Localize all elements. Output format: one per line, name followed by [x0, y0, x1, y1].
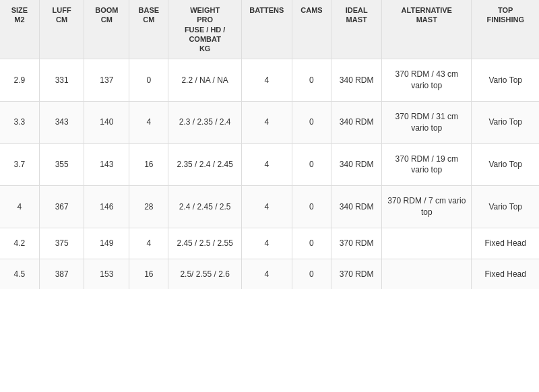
cell-luff: 343	[39, 102, 84, 144]
col-header-weight: WEIGHT PRO FUSE / HD / COMBAT kg	[168, 0, 241, 59]
cell-alt: 370 RDM / 7 cm vario top	[382, 186, 472, 228]
table-header-row: SIZE m2 LUFF cm BOOM cm BASE cm WEIGHT P…	[0, 0, 539, 59]
cell-cams: 0	[292, 259, 331, 289]
cell-ideal: 370 RDM	[331, 228, 382, 259]
cell-top: Fixed Head	[472, 228, 539, 259]
cell-base: 0	[129, 59, 168, 102]
cell-luff: 331	[39, 59, 84, 102]
cell-luff: 387	[39, 259, 84, 289]
cell-cams: 0	[292, 102, 331, 144]
cell-weight: 2.4 / 2.45 / 2.5	[168, 186, 241, 228]
col-header-size: SIZE m2	[0, 0, 39, 59]
col-header-boom: BOOM cm	[84, 0, 129, 59]
cell-battens: 4	[241, 186, 292, 228]
cell-weight: 2.45 / 2.5 / 2.55	[168, 228, 241, 259]
cell-top: Vario Top	[472, 59, 539, 102]
table-row: 4.237514942.45 / 2.5 / 2.5540370 RDMFixe…	[0, 228, 539, 259]
cell-top: Fixed Head	[472, 259, 539, 289]
cell-battens: 4	[241, 102, 292, 144]
cell-alt	[382, 259, 472, 289]
cell-luff: 375	[39, 228, 84, 259]
cell-weight: 2.35 / 2.4 / 2.45	[168, 143, 241, 186]
cell-base: 4	[129, 102, 168, 144]
col-header-top: TOP FINISHING	[472, 0, 539, 59]
specs-table: SIZE m2 LUFF cm BOOM cm BASE cm WEIGHT P…	[0, 0, 539, 289]
cell-battens: 4	[241, 259, 292, 289]
cell-alt: 370 RDM / 31 cm vario top	[382, 102, 472, 144]
cell-alt	[382, 228, 472, 259]
table-row: 2.933113702.2 / NA / NA40340 RDM370 RDM …	[0, 59, 539, 102]
col-header-base: BASE cm	[129, 0, 168, 59]
cell-boom: 153	[84, 259, 129, 289]
cell-size: 4.5	[0, 259, 39, 289]
cell-cams: 0	[292, 186, 331, 228]
col-header-cams: CAMS	[292, 0, 331, 59]
cell-base: 16	[129, 143, 168, 186]
table-row: 4367146282.4 / 2.45 / 2.540340 RDM370 RD…	[0, 186, 539, 228]
cell-cams: 0	[292, 228, 331, 259]
cell-ideal: 340 RDM	[331, 186, 382, 228]
cell-weight: 2.3 / 2.35 / 2.4	[168, 102, 241, 144]
cell-cams: 0	[292, 143, 331, 186]
cell-ideal: 340 RDM	[331, 102, 382, 144]
cell-boom: 146	[84, 186, 129, 228]
cell-luff: 367	[39, 186, 84, 228]
cell-battens: 4	[241, 59, 292, 102]
cell-boom: 140	[84, 102, 129, 144]
cell-size: 4	[0, 186, 39, 228]
cell-size: 4.2	[0, 228, 39, 259]
col-header-ideal: IDEAL MAST	[331, 0, 382, 59]
cell-ideal: 340 RDM	[331, 59, 382, 102]
cell-alt: 370 RDM / 43 cm vario top	[382, 59, 472, 102]
cell-alt: 370 RDM / 19 cm vario top	[382, 143, 472, 186]
cell-weight: 2.5/ 2.55 / 2.6	[168, 259, 241, 289]
table-row: 3.334314042.3 / 2.35 / 2.440340 RDM370 R…	[0, 102, 539, 144]
col-header-luff: LUFF cm	[39, 0, 84, 59]
cell-boom: 143	[84, 143, 129, 186]
cell-battens: 4	[241, 143, 292, 186]
cell-top: Vario Top	[472, 102, 539, 144]
cell-ideal: 370 RDM	[331, 259, 382, 289]
table-row: 4.5387153162.5/ 2.55 / 2.640370 RDMFixed…	[0, 259, 539, 289]
cell-top: Vario Top	[472, 143, 539, 186]
cell-weight: 2.2 / NA / NA	[168, 59, 241, 102]
cell-size: 3.7	[0, 143, 39, 186]
cell-size: 2.9	[0, 59, 39, 102]
col-header-alt: ALTERNATIVE MAST	[382, 0, 472, 59]
cell-base: 16	[129, 259, 168, 289]
cell-top: Vario Top	[472, 186, 539, 228]
cell-size: 3.3	[0, 102, 39, 144]
cell-luff: 355	[39, 143, 84, 186]
cell-boom: 149	[84, 228, 129, 259]
table-row: 3.7355143162.35 / 2.4 / 2.4540340 RDM370…	[0, 143, 539, 186]
cell-battens: 4	[241, 228, 292, 259]
col-header-battens: BATTENS	[241, 0, 292, 59]
cell-cams: 0	[292, 59, 331, 102]
cell-ideal: 340 RDM	[331, 143, 382, 186]
cell-base: 28	[129, 186, 168, 228]
cell-boom: 137	[84, 59, 129, 102]
cell-base: 4	[129, 228, 168, 259]
